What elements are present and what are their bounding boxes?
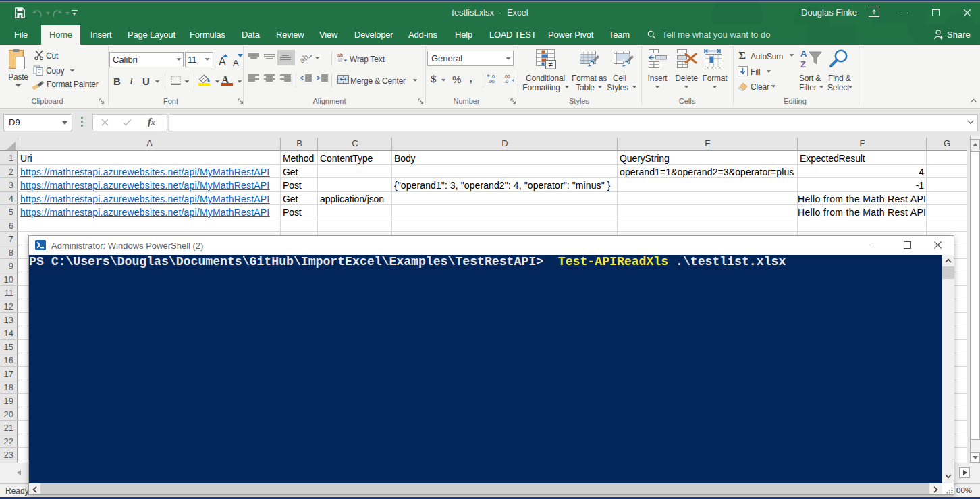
svg-text:.00: .00 (503, 74, 510, 79)
svg-text:.0: .0 (491, 74, 495, 79)
svg-text:ab: ab (337, 53, 343, 57)
svg-text:≠: ≠ (549, 60, 553, 69)
svg-text:.00: .00 (488, 79, 495, 84)
svg-text:.0: .0 (504, 79, 508, 84)
